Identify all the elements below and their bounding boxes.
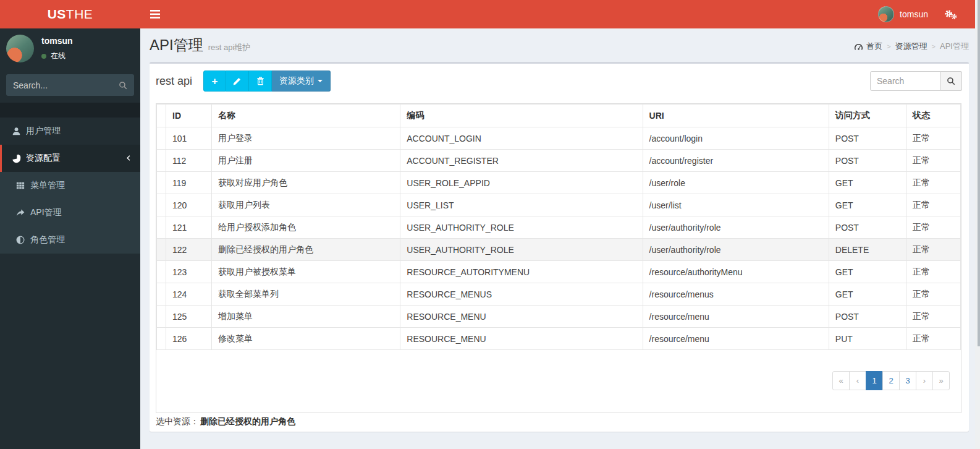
cell-id: 126 xyxy=(166,328,212,350)
cell-status: 正常 xyxy=(906,194,960,216)
page-1[interactable]: 1 xyxy=(866,371,883,390)
cell-uri: /resource/menus xyxy=(643,283,829,306)
search-icon[interactable] xyxy=(119,81,127,90)
sidebar-toggle-button[interactable] xyxy=(140,0,170,28)
cell-id: 123 xyxy=(166,261,212,283)
sidebar-user-panel: tomsun 在线 xyxy=(0,28,140,74)
table-row[interactable]: 101用户登录ACCOUNT_LOGIN/account/loginPOST正常 xyxy=(157,127,961,150)
window-scrollbar[interactable] xyxy=(975,0,980,449)
brand-bold: US xyxy=(48,7,66,21)
cell-uri: /user/role xyxy=(643,172,829,194)
sidebar-search-input[interactable]: Search... xyxy=(6,74,134,96)
sidebar-item-label: 资源配置 xyxy=(26,153,61,164)
sidebar-user-name: tomsun xyxy=(41,36,73,46)
table-row[interactable]: 125增加菜单RESOURCE_MENU/resource/menuPOST正常 xyxy=(157,306,961,328)
cell-method: GET xyxy=(829,283,906,306)
column-header-state xyxy=(157,105,166,127)
column-header-name: 名称 xyxy=(212,105,400,127)
cell-code: USER_AUTHORITY_ROLE xyxy=(400,239,643,261)
cell-method: PUT xyxy=(829,328,906,350)
sidebar-search-placeholder: Search... xyxy=(13,80,119,90)
cell-state xyxy=(157,194,166,216)
cell-status: 正常 xyxy=(906,261,960,283)
content-area: API管理rest api维护 首页 > 资源管理 > API管理 rest a… xyxy=(140,28,980,449)
cell-method: GET xyxy=(829,194,906,216)
breadcrumb: 首页 > 资源管理 > API管理 xyxy=(854,41,969,52)
caret-down-icon xyxy=(318,80,323,82)
page-3[interactable]: 3 xyxy=(899,371,916,390)
page-prev[interactable]: ‹ xyxy=(849,371,866,390)
scrollbar-thumb[interactable] xyxy=(978,0,980,346)
cell-code: ACCOUNT_REGISTER xyxy=(400,150,643,172)
sidebar-item-resource-config[interactable]: 资源配置 xyxy=(0,145,140,172)
selected-resource-value: 删除已经授权的用户角色 xyxy=(200,416,295,426)
sidebar-avatar[interactable] xyxy=(6,35,34,62)
table-row[interactable]: 121给用户授权添加角色USER_AUTHORITY_ROLE/user/aut… xyxy=(157,216,961,239)
cell-state xyxy=(157,150,166,172)
sidebar-subitem-api-management[interactable]: API管理 xyxy=(0,199,140,226)
category-dropdown-button[interactable]: 资源类别 xyxy=(272,71,331,92)
page-2[interactable]: 2 xyxy=(882,371,900,390)
cell-id: 119 xyxy=(166,172,212,194)
cell-name: 修改菜单 xyxy=(212,328,400,350)
cell-id: 122 xyxy=(166,239,212,261)
sidebar-subitem-label: API管理 xyxy=(30,207,62,218)
online-status-label: 在线 xyxy=(51,51,65,61)
navbar-avatar[interactable] xyxy=(878,6,894,22)
table-search-button[interactable] xyxy=(940,71,962,91)
api-table: ID 名称 编码 URI 访问方式 状态 101用户登录ACCOUNT_LOGI… xyxy=(156,104,961,350)
add-button[interactable]: + xyxy=(203,71,226,92)
page-first[interactable]: « xyxy=(832,371,850,390)
pencil-icon xyxy=(233,77,242,85)
cell-method: DELETE xyxy=(829,239,906,261)
edit-button[interactable] xyxy=(226,71,249,92)
table-search-input[interactable] xyxy=(870,71,940,91)
table-row[interactable]: 120获取用户列表USER_LIST/user/listGET正常 xyxy=(157,194,961,216)
table-row[interactable]: 112用户注册ACCOUNT_REGISTER/account/register… xyxy=(157,150,961,172)
cell-code: RESOURCE_AUTORITYMENU xyxy=(400,261,643,283)
cell-method: GET xyxy=(829,172,906,194)
selected-resource-line: 选中资源：删除已经授权的用户角色 xyxy=(156,416,295,427)
api-box: rest api + 资源类别 xyxy=(150,62,969,432)
search-icon xyxy=(947,77,955,85)
cell-state xyxy=(157,216,166,239)
table-toolbar: + 资源类别 xyxy=(203,71,331,92)
cell-state xyxy=(157,261,166,283)
page-last[interactable]: » xyxy=(932,371,950,390)
cell-method: POST xyxy=(829,306,906,328)
delete-button[interactable] xyxy=(249,71,272,92)
dashboard-icon xyxy=(854,43,863,51)
cell-code: USER_AUTHORITY_ROLE xyxy=(400,216,643,239)
breadcrumb-separator: > xyxy=(932,43,936,50)
cell-state xyxy=(157,239,166,261)
breadcrumb-home[interactable]: 首页 xyxy=(866,41,882,52)
breadcrumb-resource[interactable]: 资源管理 xyxy=(895,41,927,52)
cell-status: 正常 xyxy=(906,239,960,261)
table-row[interactable]: 122删除已经授权的用户角色USER_AUTHORITY_ROLE/user/a… xyxy=(157,239,961,261)
column-header-code: 编码 xyxy=(400,105,643,127)
cell-method: POST xyxy=(829,216,906,239)
cell-uri: /account/register xyxy=(643,150,829,172)
cell-status: 正常 xyxy=(906,283,960,306)
cell-id: 112 xyxy=(166,150,212,172)
breadcrumb-current: API管理 xyxy=(940,41,969,52)
sidebar-item-user-management[interactable]: 用户管理 xyxy=(0,118,140,145)
sidebar: tomsun 在线 Search... 用户管理 资源配置 xyxy=(0,28,140,449)
sidebar-item-label: 用户管理 xyxy=(26,126,61,137)
cell-method: POST xyxy=(829,127,906,150)
category-dropdown-label: 资源类别 xyxy=(279,75,314,87)
sidebar-subitem-role-management[interactable]: 角色管理 xyxy=(0,226,140,254)
share-icon xyxy=(15,208,25,217)
table-row[interactable]: 124获取全部菜单列RESOURCE_MENUS/resource/menusG… xyxy=(157,283,961,306)
gears-icon[interactable] xyxy=(944,9,958,20)
brand-logo[interactable]: USTHE xyxy=(0,0,140,28)
cell-status: 正常 xyxy=(906,150,960,172)
cell-code: ACCOUNT_LOGIN xyxy=(400,127,643,150)
table-row[interactable]: 126修改菜单RESOURCE_MENU/resource/menuPUT正常 xyxy=(157,328,961,350)
page-next[interactable]: › xyxy=(916,371,933,390)
navbar-username[interactable]: tomsun xyxy=(900,9,928,19)
table-row[interactable]: 119获取对应用户角色USER_ROLE_APPID/user/roleGET正… xyxy=(157,172,961,194)
table-row[interactable]: 123获取用户被授权菜单RESOURCE_AUTORITYMENU/resour… xyxy=(157,261,961,283)
api-table-container: ID 名称 编码 URI 访问方式 状态 101用户登录ACCOUNT_LOGI… xyxy=(156,103,961,413)
sidebar-subitem-menu-management[interactable]: 菜单管理 xyxy=(0,172,140,199)
